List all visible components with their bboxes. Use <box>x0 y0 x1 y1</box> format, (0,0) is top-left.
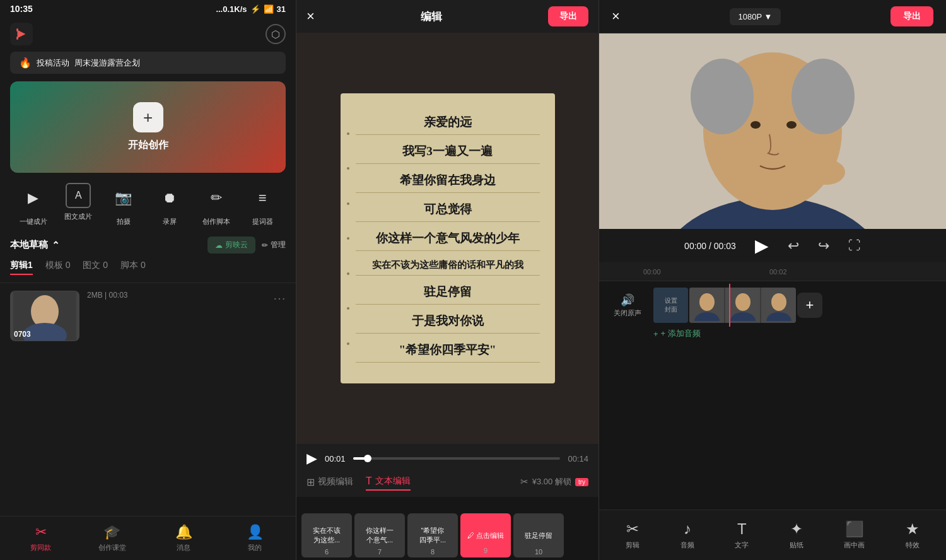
right-video-area <box>599 33 946 229</box>
mid-close-btn[interactable]: × <box>307 8 315 25</box>
dot-2 <box>347 167 349 170</box>
right-fullscreen-btn[interactable]: ⛶ <box>848 238 861 253</box>
mid-progress-bar[interactable] <box>353 457 561 460</box>
tool-record[interactable]: ⏺ 录屏 <box>155 183 185 226</box>
tab-edit[interactable]: 剪辑1 <box>10 260 33 275</box>
draft-info: 2MB | 00:03 <box>87 291 266 300</box>
status-right: ...0.1K/s ⚡ 📶 31 <box>216 4 286 14</box>
left-panel: 10:35 ...0.1K/s ⚡ 📶 31 ⬡ 🔥 投稿活动 周末漫游露营企划… <box>0 0 296 560</box>
promo-banner[interactable]: 🔥 投稿活动 周末漫游露营企划 <box>10 52 286 74</box>
mid-playbar: ▶ 00:01 00:14 <box>307 450 588 467</box>
nav-item-edit[interactable]: ✂ 剪同款 <box>5 524 76 552</box>
banner-subtitle: 周末漫游露营企划 <box>74 57 140 69</box>
timeline-clip-7[interactable]: 你这样一个意气... 7 <box>354 513 405 557</box>
clip-text-6: 实在不该为这些... <box>310 523 343 547</box>
app-logo[interactable] <box>10 23 33 45</box>
tool-one-clip[interactable]: ▶ 一键成片 <box>18 183 49 226</box>
timeline-clip-10[interactable]: 驻足停留 10 <box>513 513 564 557</box>
right-undo-btn[interactable]: ↩ <box>788 238 799 254</box>
dot-4 <box>347 237 349 240</box>
add-audio-btn[interactable]: + + 添加音频 <box>653 328 701 339</box>
mid-header: × 编辑 导出 <box>296 0 599 33</box>
person-silhouette <box>599 33 946 229</box>
nav-item-notification[interactable]: 🔔 消息 <box>148 524 219 552</box>
svg-point-11 <box>750 121 761 129</box>
dot-5 <box>347 272 349 275</box>
tool-text-clip[interactable]: A 图文成片 <box>64 183 92 226</box>
svg-point-15 <box>699 293 715 311</box>
tool-shoot[interactable]: 📷 拍摄 <box>108 183 139 226</box>
mid-export-btn[interactable]: 导出 <box>548 6 588 26</box>
cut-icon: ✂ <box>626 520 639 538</box>
lock-section[interactable]: ✂ ¥3.00 解锁 try <box>520 476 588 487</box>
script-icon: ✏ <box>201 183 231 213</box>
audio-track-label[interactable]: 🔊 关闭原声 <box>605 293 650 318</box>
bottom-nav: ✂ 剪同款 🎓 创作课堂 🔔 消息 👤 我的 <box>0 516 296 560</box>
toolbar-btn-cut[interactable]: ✂ 剪辑 <box>626 520 639 550</box>
right-time-current: 00:00 <box>684 241 706 251</box>
speaker-icon: 🔊 <box>621 293 634 307</box>
video-clip-1[interactable] <box>689 288 796 323</box>
tab-video-edit-label: 视频编辑 <box>318 476 353 487</box>
clip-text-8: "希望你四季平... <box>417 523 448 547</box>
tab-template[interactable]: 模板 0 <box>45 260 71 275</box>
add-clip-btn[interactable]: + <box>797 293 822 318</box>
script-label: 创作脚本 <box>202 217 230 226</box>
right-redo-btn[interactable]: ↪ <box>818 238 829 254</box>
effect-label: 特效 <box>906 540 920 550</box>
settings-icon[interactable]: ⬡ <box>266 24 286 44</box>
one-clip-icon: ▶ <box>18 183 49 213</box>
scissors-lock-icon: ✂ <box>520 476 528 487</box>
shoot-icon: 📷 <box>108 183 139 213</box>
sticker-label: 贴纸 <box>790 540 803 550</box>
right-close-btn[interactable]: × <box>612 8 620 25</box>
svg-point-12 <box>786 121 797 129</box>
tab-graphic[interactable]: 图文 0 <box>83 260 108 275</box>
try-badge: try <box>575 478 588 486</box>
right-export-btn[interactable]: 导出 <box>891 6 933 26</box>
bluetooth-icon: ⚡ <box>250 4 260 14</box>
clip-text-9: 🖊 点击编辑 <box>465 528 506 543</box>
video-track-clips: 设置封面 + <box>653 286 940 324</box>
timeline-clip-9[interactable]: 🖊 点击编辑 9 <box>460 513 511 557</box>
paper-dots <box>347 100 351 377</box>
mid-timeline: 实在不该为这些... 6 你这样一个意气... 7 "希望你四季平... 8 🖊… <box>296 497 599 560</box>
cover-thumb[interactable]: 设置封面 <box>653 288 688 323</box>
video-thumb-2 <box>725 288 760 323</box>
toolbar-btn-text[interactable]: T 文字 <box>735 520 749 550</box>
clip-num-6: 6 <box>325 548 329 556</box>
tab-script[interactable]: 脚本 0 <box>120 260 146 275</box>
text-clip-icon: A <box>66 183 91 208</box>
mid-play-btn[interactable]: ▶ <box>307 450 317 467</box>
text-label: 文字 <box>735 540 749 550</box>
pencil-icon: ✏ <box>262 241 268 250</box>
manage-btn[interactable]: ✏ 管理 <box>262 236 286 254</box>
draft-list: 0703 2MB | 00:03 ⋯ <box>0 283 296 516</box>
right-play-btn[interactable]: ▶ <box>755 235 769 256</box>
tab-video-edit[interactable]: ⊞ 视频编辑 <box>307 474 353 491</box>
toolbar-btn-sticker[interactable]: ✦ 贴纸 <box>790 520 803 550</box>
dot-1 <box>347 132 349 135</box>
nav-label-course: 创作课堂 <box>98 543 126 552</box>
timeline-clip-6[interactable]: 实在不该为这些... 6 <box>301 513 352 557</box>
tab-text-edit-label: 文本编辑 <box>375 475 411 487</box>
draft-thumbnail[interactable]: 0703 <box>10 291 79 341</box>
paper-line-9: "希望你四季平安" <box>356 342 540 363</box>
timeline-clip-8[interactable]: "希望你四季平... 8 <box>407 513 458 557</box>
draft-more-icon[interactable]: ⋯ <box>273 291 286 306</box>
tool-teleprompter[interactable]: ≡ 提词器 <box>247 183 277 226</box>
video-edit-icon: ⊞ <box>307 476 315 488</box>
nav-item-profile[interactable]: 👤 我的 <box>219 524 291 552</box>
toolbar-btn-audio[interactable]: ♪ 音频 <box>680 520 694 550</box>
mid-edit-tabs: ⊞ 视频编辑 T 文本编辑 ✂ ¥3.00 解锁 try <box>307 473 588 491</box>
nav-item-course[interactable]: 🎓 创作课堂 <box>76 524 148 552</box>
resolution-btn[interactable]: 1080P ▼ <box>730 8 781 25</box>
toolbar-btn-pip[interactable]: ⬛ 画中画 <box>844 520 865 550</box>
effect-icon: ★ <box>906 520 920 538</box>
create-card[interactable]: + 开始创作 <box>10 81 286 173</box>
mid-video-preview: 亲爱的远 我写3一遍又一遍 希望你留在我身边 可总觉得 你这样一个意气风发的少年… <box>296 33 599 444</box>
toolbar-btn-effect[interactable]: ★ 特效 <box>906 520 920 550</box>
cloud-btn[interactable]: ☁ 剪映云 <box>207 236 255 254</box>
tool-script[interactable]: ✏ 创作脚本 <box>201 183 231 226</box>
tab-text-edit[interactable]: T 文本编辑 <box>366 473 411 491</box>
